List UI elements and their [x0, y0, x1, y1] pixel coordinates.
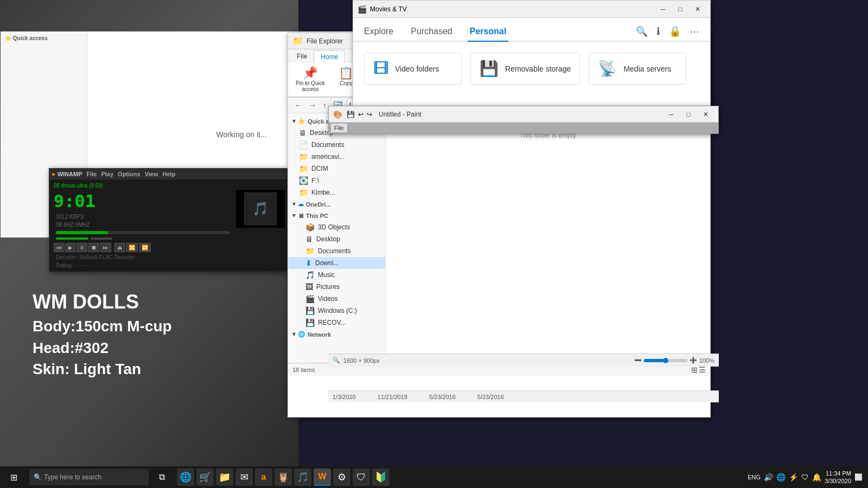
pin-to-quick-access-button[interactable]: 📌 Pin to Quickaccess	[292, 65, 328, 94]
winamp-minimize-btn[interactable]: ─	[234, 169, 250, 179]
up-button[interactable]: ↑	[321, 100, 329, 111]
battery-icon[interactable]: ⚡	[789, 473, 798, 481]
winamp-menu-view[interactable]: View	[145, 171, 158, 177]
winamp-repeat-btn[interactable]: 🔁	[139, 243, 151, 252]
winamp-menu-file[interactable]: File	[86, 171, 97, 177]
more-icon[interactable]: ⋯	[687, 23, 701, 40]
lock-icon[interactable]: 🔒	[667, 23, 683, 40]
sidebar-item-kimbe[interactable]: 📁 Kimbe...	[288, 187, 385, 198]
movies-nav-explore[interactable]: Explore	[362, 22, 395, 41]
winamp-balance[interactable]	[91, 237, 112, 240]
sidebar-item-f-drive[interactable]: 💽 F:\	[288, 175, 385, 187]
sidebar-item-americavi[interactable]: 📁 americavi...	[288, 151, 385, 163]
movies-nav-purchased[interactable]: Purchased	[409, 22, 455, 41]
shield-icon[interactable]: 🛡	[801, 473, 809, 481]
sidebar-item-documents[interactable]: 📄 Documents	[288, 139, 385, 151]
sidebar-item-desktop2[interactable]: 🖥 Desktop	[288, 233, 385, 245]
winamp-pause-btn[interactable]: ⏸	[76, 243, 87, 252]
winamp-shuffle-btn[interactable]: 🔀	[126, 243, 138, 252]
winamp-progress[interactable]	[56, 231, 229, 234]
ribbon-tab-file[interactable]: File	[290, 50, 314, 63]
network-tray-icon[interactable]: 🌐	[776, 473, 786, 481]
sidebar-item-windows-c[interactable]: 💾 Windows (C:)	[288, 305, 385, 317]
volume-icon[interactable]: 🔊	[764, 473, 773, 481]
taskbar-app-explorer[interactable]: 📁	[216, 468, 233, 486]
sidebar-item-recovery[interactable]: 💾 RECOV...	[288, 317, 385, 329]
mail-icon: ✉	[240, 471, 248, 483]
winamp-menu-play[interactable]: Play	[101, 171, 113, 177]
zoom-in-btn[interactable]: ➕	[690, 357, 697, 364]
taskbar-app-mail[interactable]: ✉	[235, 468, 253, 486]
ribbon-tab-home[interactable]: Home	[314, 50, 345, 63]
paint-minimize-btn[interactable]: ─	[663, 109, 679, 120]
winamp-visualizer: 🎵	[236, 190, 285, 228]
taskbar-app-edge[interactable]: 🌐	[177, 468, 194, 486]
folder-icon: 🖥	[299, 129, 307, 137]
taskbar-app-security[interactable]: 🛡	[353, 468, 370, 486]
network-icon: 🌐	[298, 331, 305, 338]
taskbar-search[interactable]: 🔍 Type here to search	[29, 469, 149, 485]
movies-option-media-servers[interactable]: 📡 Media servers	[589, 53, 686, 85]
movies-restore-btn[interactable]: □	[672, 4, 688, 15]
winamp-maximize-btn[interactable]: □	[251, 169, 267, 179]
taskbar-app-extra[interactable]: 🔰	[372, 468, 390, 486]
movies-close-btn[interactable]: ✕	[690, 4, 706, 15]
movies-option-removable[interactable]: 💾 Removable storage	[470, 53, 580, 85]
search-icon[interactable]: 🔍	[634, 23, 650, 40]
paint-redo-icon[interactable]: ↪	[367, 111, 372, 118]
taskbar-app-tripadvisor[interactable]: 🦉	[275, 468, 292, 486]
paint-save-icon[interactable]: 💾	[347, 111, 355, 118]
taskbar-app-winamp[interactable]: W	[314, 468, 331, 486]
info-icon[interactable]: ℹ	[654, 23, 662, 40]
sidebar-item-3dobjects[interactable]: 📦 3D Objects	[288, 221, 385, 233]
winamp-next-btn[interactable]: ⏭	[100, 243, 111, 252]
winamp-menu-help[interactable]: Help	[163, 171, 176, 177]
sidebar-item-dcim[interactable]: 📁 DCIM	[288, 163, 385, 175]
back-button[interactable]: ←	[292, 100, 304, 111]
explorer-main: Name ▾ Date modified Type Size This fold…	[386, 113, 710, 363]
task-view-button[interactable]: ⧉	[151, 466, 173, 488]
paint-undo-icon[interactable]: ↩	[358, 111, 363, 118]
winamp-open-btn[interactable]: ⏏	[114, 243, 125, 252]
taskbar-app-amazon[interactable]: a	[255, 468, 272, 486]
movies-minimize-btn[interactable]: ─	[655, 4, 671, 15]
winamp-menu-options[interactable]: Options	[118, 171, 141, 177]
taskbar-app-store[interactable]: 🛒	[196, 468, 214, 486]
winamp-bitrate: 1012 KBPS	[52, 213, 234, 221]
folder-icon-3d: 📦	[305, 223, 315, 232]
winamp-close-btn[interactable]: ✕	[269, 169, 285, 179]
start-button[interactable]: ⊞	[0, 466, 27, 488]
forward-button[interactable]: →	[307, 100, 318, 111]
taskbar-app-spotify[interactable]: 🎵	[294, 468, 311, 486]
zoom-level: 100%	[699, 357, 714, 364]
sidebar-item-music[interactable]: 🎵 Music	[288, 269, 385, 281]
winamp-volume[interactable]	[56, 237, 88, 240]
show-desktop-btn[interactable]: ⬜	[854, 473, 863, 481]
sidebar-label-documents2: Documents	[318, 247, 351, 255]
folder-icon-downloads: ⬇	[305, 259, 312, 267]
zoom-out-btn[interactable]: ➖	[634, 357, 642, 364]
winamp-titlebar[interactable]: ● WINAMP File Play Options View Help ─ □…	[49, 169, 287, 179]
store-icon: 🛒	[199, 471, 211, 483]
sidebar-item-pictures[interactable]: 🖼 Pictures	[288, 281, 385, 293]
movies-nav-personal[interactable]: Personal	[468, 22, 509, 41]
zoom-slider-thumb[interactable]	[663, 358, 668, 363]
winamp-stop-btn[interactable]: ⏹	[88, 243, 99, 252]
paint-close-btn[interactable]: ✕	[698, 109, 714, 120]
spotify-icon: 🎵	[297, 471, 309, 483]
winamp-taskbar-icon: W	[318, 472, 326, 481]
winamp-prev-btn[interactable]: ⏮	[54, 243, 65, 252]
sidebar-item-downloads[interactable]: ⬇ Downl...	[288, 257, 385, 269]
notifications-icon[interactable]: 🔔	[812, 473, 821, 481]
winamp-play-btn[interactable]: ▶	[66, 243, 75, 252]
taskbar-clock[interactable]: 11:34 PM 3/30/2020	[825, 470, 851, 485]
sidebar-item-documents2[interactable]: 📁 Documents	[288, 245, 385, 257]
paint-file-btn[interactable]: File	[331, 124, 347, 132]
zoom-slider[interactable]	[644, 359, 687, 362]
language-icon[interactable]: ENG	[748, 474, 761, 480]
sidebar-item-videos[interactable]: 🎬 Videos	[288, 293, 385, 305]
taskbar-app-settings[interactable]: ⚙	[333, 468, 350, 486]
movies-option-video-folders[interactable]: 🎞 Video folders	[364, 53, 462, 85]
paint-maximize-btn[interactable]: □	[680, 109, 697, 120]
sidebar-label-videos: Videos	[318, 295, 337, 303]
